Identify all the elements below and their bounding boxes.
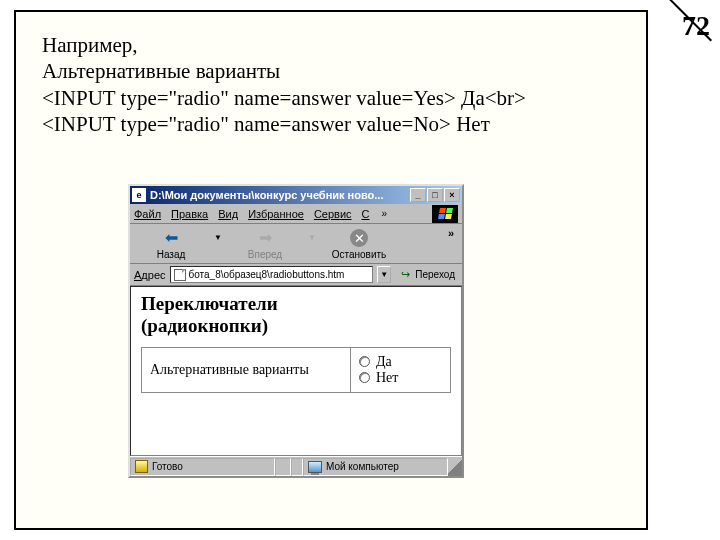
- status-pane-empty1: [275, 458, 291, 476]
- menu-tools[interactable]: Сервис: [314, 208, 352, 220]
- back-arrow-icon: ⬅: [161, 229, 181, 247]
- go-button[interactable]: ↪ Переход: [395, 268, 458, 282]
- forward-dropdown-icon[interactable]: ▼: [308, 233, 316, 254]
- computer-icon: [308, 461, 322, 473]
- address-input[interactable]: бота_8\образец8\radiobuttons.htm: [170, 266, 374, 283]
- back-button[interactable]: ⬅ Назад: [136, 229, 206, 260]
- close-button[interactable]: ×: [444, 188, 460, 202]
- page-icon: [174, 269, 186, 281]
- stop-button[interactable]: ✕ Остановить: [324, 229, 394, 260]
- toolbar: ⬅ Назад ▼ ➡ Вперед ▼ ✕ Остановить »: [130, 224, 462, 264]
- radio-icon[interactable]: [359, 356, 370, 367]
- address-value: бота_8\образец8\radiobuttons.htm: [189, 269, 345, 280]
- windows-logo-icon: [432, 205, 458, 223]
- radio-label-yes: Да: [376, 354, 392, 370]
- radio-option-no[interactable]: Нет: [359, 370, 442, 386]
- status-pane-empty2: [291, 458, 303, 476]
- titlebar[interactable]: e D:\Мои документы\конкурс учебник ново.…: [130, 186, 462, 204]
- window-title: D:\Мои документы\конкурс учебник ново...: [150, 189, 410, 201]
- address-dropdown-icon[interactable]: ▼: [377, 266, 391, 283]
- text-line-4: <INPUT type="radio" name=answer value=No…: [42, 111, 526, 137]
- table-cell-options: Да Нет: [351, 347, 451, 392]
- page-content: Переключатели (радиокнопки) Альтернативн…: [130, 286, 462, 456]
- menu-edit[interactable]: Правка: [171, 208, 208, 220]
- back-label: Назад: [157, 249, 186, 260]
- back-dropdown-icon[interactable]: ▼: [214, 233, 222, 254]
- status-bar: Готово Мой компьютер: [130, 456, 462, 476]
- menu-truncated[interactable]: С: [362, 208, 370, 220]
- menu-overflow[interactable]: »: [380, 208, 390, 219]
- status-zone: Мой компьютер: [303, 458, 448, 476]
- address-bar: Адрес бота_8\образец8\radiobuttons.htm ▼…: [130, 264, 462, 286]
- resize-grip-icon[interactable]: [448, 458, 462, 476]
- radio-icon[interactable]: [359, 372, 370, 383]
- maximize-button[interactable]: □: [427, 188, 443, 202]
- address-label: Адрес: [134, 269, 166, 281]
- browser-window: e D:\Мои документы\конкурс учебник ново.…: [128, 184, 464, 478]
- forward-arrow-icon: ➡: [255, 229, 275, 247]
- document-icon: [135, 460, 148, 473]
- minimize-button[interactable]: _: [410, 188, 426, 202]
- table-cell-label: Альтернативные варианты: [142, 347, 351, 392]
- forward-button[interactable]: ➡ Вперед: [230, 229, 300, 260]
- page-heading: Переключатели (радиокнопки): [141, 293, 451, 337]
- text-line-3: <INPUT type="radio" name=answer value=Ye…: [42, 85, 526, 111]
- text-line-2: Альтернативные варианты: [42, 58, 526, 84]
- slide-frame: Например, Альтернативные варианты <INPUT…: [14, 10, 648, 530]
- radio-table: Альтернативные варианты Да Нет: [141, 347, 451, 393]
- menu-file[interactable]: Файл: [134, 208, 161, 220]
- radio-label-no: Нет: [376, 370, 398, 386]
- toolbar-overflow[interactable]: »: [448, 227, 456, 239]
- text-line-1: Например,: [42, 32, 526, 58]
- stop-icon: ✕: [350, 229, 368, 247]
- go-icon: ↪: [398, 268, 412, 282]
- forward-label: Вперед: [248, 249, 282, 260]
- radio-option-yes[interactable]: Да: [359, 354, 442, 370]
- status-ready: Готово: [130, 458, 275, 476]
- go-label: Переход: [415, 269, 455, 280]
- menu-favorites[interactable]: Избранное: [248, 208, 304, 220]
- ie-icon: e: [132, 188, 146, 202]
- menu-view[interactable]: Вид: [218, 208, 238, 220]
- stop-label: Остановить: [332, 249, 387, 260]
- example-text-block: Например, Альтернативные варианты <INPUT…: [42, 32, 526, 137]
- menubar: Файл Правка Вид Избранное Сервис С »: [130, 204, 462, 224]
